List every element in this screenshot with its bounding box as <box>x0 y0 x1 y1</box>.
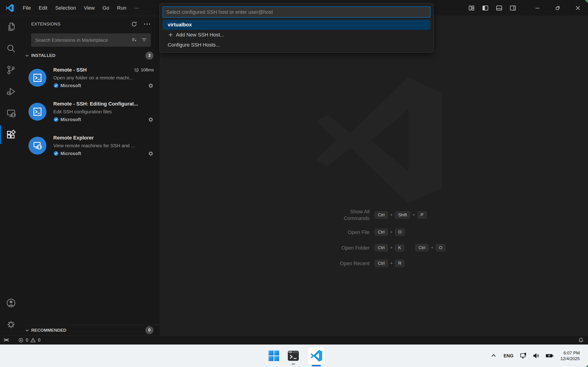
start-button[interactable] <box>268 350 279 361</box>
error-count: 0 <box>26 337 28 343</box>
menu-run[interactable]: Run <box>113 3 130 13</box>
editor-area: Show All Commands Ctrl + Shift + P Open … <box>160 16 588 335</box>
tray-time: 6:07 PM <box>560 350 580 356</box>
notifications-bell-icon[interactable] <box>578 337 584 343</box>
extension-row-remote-explorer[interactable]: Remote Explorer View remote machines for… <box>22 129 160 163</box>
publisher-name: Microsoft <box>61 151 81 156</box>
taskbar-apps <box>268 344 325 367</box>
extensions-sidebar: EXTENSIONS ··· INSTALLED 3 <box>22 16 160 335</box>
manage-extension-gear-icon[interactable] <box>148 150 154 157</box>
vscode-watermark-logo <box>314 76 443 205</box>
publisher-name: Microsoft <box>61 117 81 122</box>
ssh-quick-pick: virtualbox Add New SSH Host... Configure… <box>159 3 434 52</box>
volume-icon <box>533 352 540 359</box>
quick-pick-item-virtualbox[interactable]: virtualbox <box>163 20 431 30</box>
extension-name: Remote - SSH <box>53 67 86 73</box>
remote-terminal-icon <box>28 103 46 121</box>
remote-terminal-icon <box>28 69 46 87</box>
remote-explorer-icon <box>6 108 16 118</box>
tray-icons[interactable] <box>520 352 554 359</box>
taskbar-clock[interactable]: 6:07 PM 12/4/2025 <box>560 350 580 361</box>
verified-publisher-icon <box>53 117 59 122</box>
verified-publisher-icon <box>53 83 59 88</box>
menu-go[interactable]: Go <box>99 3 113 13</box>
activity-bar <box>0 16 22 335</box>
clear-search-icon[interactable] <box>131 37 137 43</box>
quick-pick-item-configure-ssh-hosts[interactable]: Configure SSH Hosts... <box>163 40 431 50</box>
key-o: O <box>395 228 405 236</box>
key-ctrl: Ctrl <box>375 211 388 219</box>
key-r: R <box>395 260 405 267</box>
menu-edit[interactable]: Edit <box>35 3 51 13</box>
terminal-app-button[interactable] <box>288 350 299 361</box>
extension-row-remote-ssh-editing[interactable]: Remote - SSH: Editing Configurat... Edit… <box>22 95 160 129</box>
vscode-app-button[interactable] <box>307 347 325 365</box>
remote-explorer-ext-icon <box>28 137 46 155</box>
toggle-primary-sidebar-icon[interactable] <box>482 5 489 11</box>
toggle-panel-icon[interactable] <box>496 5 502 11</box>
source-control-icon <box>6 65 16 75</box>
key-ctrl: Ctrl <box>415 244 429 251</box>
titlebar-right <box>468 0 588 16</box>
terminal-running-indicator <box>292 363 295 365</box>
activity-source-control[interactable] <box>0 59 22 81</box>
minimize-button[interactable] <box>527 0 548 16</box>
menu-file[interactable]: File <box>19 3 35 13</box>
terminal-app-icon <box>288 350 299 361</box>
sidebar-header: EXTENSIONS ··· <box>22 16 160 31</box>
menu-selection[interactable]: Selection <box>51 3 80 13</box>
network-icon <box>520 352 527 359</box>
activity-manage[interactable] <box>0 314 22 335</box>
more-actions-icon[interactable]: ··· <box>144 22 151 26</box>
activity-explorer[interactable] <box>0 16 22 38</box>
remote-indicator[interactable]: >< <box>4 337 9 343</box>
key-ctrl: Ctrl <box>375 260 388 267</box>
extension-row-remote-ssh[interactable]: Remote - SSH 108ms Open any folder on a … <box>22 61 160 95</box>
extension-list: Remote - SSH 108ms Open any folder on a … <box>22 61 160 325</box>
publisher-name: Microsoft <box>61 83 81 88</box>
sidebar-actions: ··· <box>131 21 151 27</box>
menu-more[interactable]: ··· <box>130 3 143 13</box>
extensions-search-box <box>31 33 151 47</box>
activation-time: 108ms <box>134 67 154 73</box>
activity-extensions[interactable] <box>0 124 22 145</box>
menu-view[interactable]: View <box>80 3 99 13</box>
watermark-shortcuts: Show All Commands Ctrl + Shift + P Open … <box>326 208 446 268</box>
windows-taskbar: ENG 6:07 PM 12/4/2025 <box>0 344 588 367</box>
quick-pick-item-add-new-ssh-host[interactable]: Add New SSH Host... <box>163 30 431 40</box>
activity-bar-spacer <box>0 145 22 292</box>
extension-name: Remote Explorer <box>53 135 94 141</box>
refresh-icon[interactable] <box>131 21 137 27</box>
customize-layout-icon[interactable] <box>468 5 475 11</box>
shortcut-open-recent: Open Recent Ctrl + R <box>326 258 446 268</box>
activity-search[interactable] <box>0 38 22 59</box>
shortcut-show-all-commands: Show All Commands Ctrl + Shift + P <box>326 208 446 222</box>
filter-icon[interactable] <box>141 37 147 43</box>
extensions-search-input[interactable] <box>35 37 131 43</box>
key-k: K <box>395 244 405 251</box>
activity-accounts[interactable] <box>0 292 22 314</box>
problems-status[interactable]: 0 0 <box>18 337 40 343</box>
vscode-app-icon <box>310 350 322 362</box>
layout-controls <box>468 5 516 11</box>
run-debug-icon <box>6 86 16 97</box>
hidden-icons-chevron-icon[interactable] <box>490 352 497 359</box>
key-o: O <box>436 244 446 251</box>
warning-count: 0 <box>38 337 40 343</box>
manage-extension-gear-icon[interactable] <box>148 117 154 123</box>
installed-section-header[interactable]: INSTALLED 3 <box>22 50 160 61</box>
key-ctrl: Ctrl <box>375 244 388 251</box>
installed-count-badge: 3 <box>145 52 153 60</box>
recommended-section-header[interactable]: RECOMMENDED 0 <box>22 325 160 335</box>
vscode-logo-icon <box>6 4 14 12</box>
activity-remote-explorer[interactable] <box>0 102 22 124</box>
language-indicator[interactable]: ENG <box>503 353 513 359</box>
restore-button[interactable] <box>548 0 568 16</box>
activity-run-debug[interactable] <box>0 81 22 102</box>
quick-pick-input[interactable] <box>166 9 427 15</box>
extension-description: Open any folder on a remote machi... <box>53 75 154 81</box>
manage-extension-gear-icon[interactable] <box>148 83 154 89</box>
toggle-secondary-sidebar-icon[interactable] <box>510 5 516 11</box>
workbench: EXTENSIONS ··· INSTALLED 3 <box>0 16 588 335</box>
chevron-down-icon <box>24 53 30 58</box>
